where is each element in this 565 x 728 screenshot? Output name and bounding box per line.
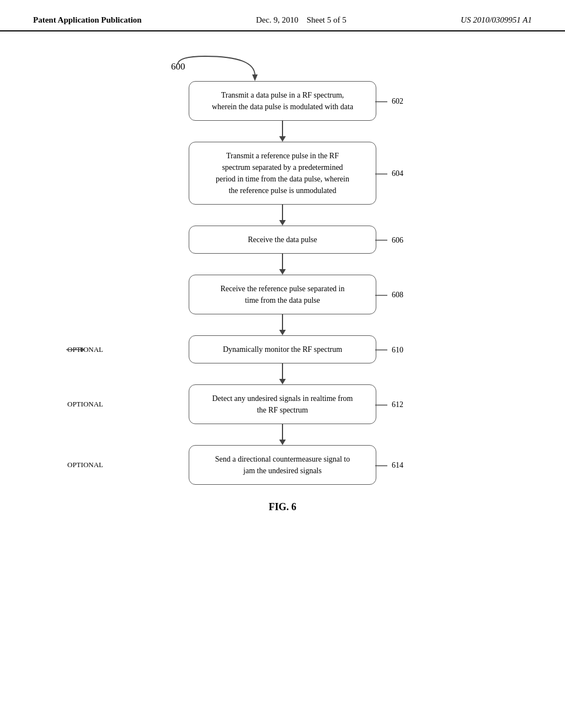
figure-label: FIG. 6 xyxy=(269,501,296,513)
step-604-num: 604 xyxy=(375,168,403,179)
publication-label: Patent Application Publication xyxy=(33,15,142,25)
step-606-box: Receive the data pulse 606 xyxy=(189,226,376,254)
step-602-text: Transmit a data pulse in a RF spectrum,w… xyxy=(212,91,353,111)
arrow-4 xyxy=(111,314,454,335)
step-610-box: Dynamically monitor the RF spectrum 610 xyxy=(189,335,376,363)
step-602-box: Transmit a data pulse in a RF spectrum,w… xyxy=(189,81,376,121)
flowchart: 600 Transmit a data pulse in a RF spectr… xyxy=(111,53,454,513)
step-614-wrapper: OPTIONAL Send a directional countermeasu… xyxy=(111,445,454,485)
optional-label-614: OPTIONAL xyxy=(67,461,103,469)
step-602-wrapper: Transmit a data pulse in a RF spectrum,w… xyxy=(111,81,454,121)
step-604-wrapper: Transmit a reference pulse in the RFspec… xyxy=(111,142,454,205)
patent-number-label: US 2010/0309951 A1 xyxy=(461,15,532,25)
step-612-box: Detect any undesired signals in realtime… xyxy=(189,384,376,424)
step-606-wrapper: Receive the data pulse 606 xyxy=(111,226,454,254)
arrow-2 xyxy=(111,205,454,226)
page-header: Patent Application Publication Dec. 9, 2… xyxy=(0,0,565,31)
step-608-wrapper: Receive the reference pulse separated in… xyxy=(111,275,454,314)
step-602-num: 602 xyxy=(375,95,403,107)
step-610-wrapper: OPTIONAL Dynamically monitor the RF spec… xyxy=(111,335,454,363)
step-612-text: Detect any undesired signals in realtime… xyxy=(212,394,353,414)
arrow-6 xyxy=(111,424,454,445)
step-614-box: Send a directional countermeasure signal… xyxy=(189,445,376,485)
step-612-wrapper: OPTIONAL Detect any undesired signals in… xyxy=(111,384,454,424)
start-arrow-svg xyxy=(161,53,271,81)
svg-marker-5 xyxy=(81,347,85,352)
optional-arrow-610 xyxy=(66,341,110,358)
step-614-num: 614 xyxy=(375,459,403,471)
step-608-box: Receive the reference pulse separated in… xyxy=(189,275,376,314)
arrow-1 xyxy=(111,121,454,142)
step-608-text: Receive the reference pulse separated in… xyxy=(220,285,344,304)
main-content: 600 Transmit a data pulse in a RF spectr… xyxy=(0,31,565,535)
step-604-box: Transmit a reference pulse in the RFspec… xyxy=(189,142,376,205)
step-608-num: 608 xyxy=(375,289,403,301)
step-606-num: 606 xyxy=(375,234,403,245)
step-614-text: Send a directional countermeasure signal… xyxy=(215,455,350,475)
step-610-text: Dynamically monitor the RF spectrum xyxy=(223,345,342,354)
step-612-num: 612 xyxy=(375,399,403,410)
arrow-3 xyxy=(111,254,454,275)
date-sheet-label: Dec. 9, 2010 Sheet 5 of 5 xyxy=(256,15,347,25)
svg-marker-0 xyxy=(252,74,258,81)
step-610-num: 610 xyxy=(375,344,403,355)
step-604-text: Transmit a reference pulse in the RFspec… xyxy=(216,152,349,195)
optional-label-612: OPTIONAL xyxy=(67,400,103,409)
arrow-5 xyxy=(111,363,454,384)
step-606-text: Receive the data pulse xyxy=(248,235,317,244)
